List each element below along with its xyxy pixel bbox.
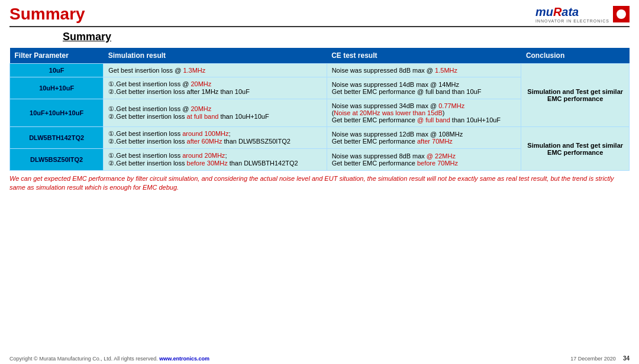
- ce-10uf: Noise was suppressed 8dB max @ 1.5MHz: [327, 64, 521, 77]
- col-header-conc: Conclusion: [521, 48, 630, 64]
- sim-dlw5bth: ①.Get best insertion loss around 100MHz;…: [104, 127, 327, 149]
- table-row: 10uF Get best insertion loss @ 1.3MHz No…: [10, 64, 630, 77]
- ce-dlw5bth: Noise was suppressed 12dB max @ 108MHz G…: [327, 127, 521, 149]
- logo-text: muRata: [535, 5, 609, 19]
- param-dlw5bsz: DLW5BSZ50ITQ2: [10, 149, 104, 171]
- header: Summary muRata INNOVATOR IN ELECTRONICS: [0, 0, 639, 26]
- sim-10uf: Get best insertion loss @ 1.3MHz: [104, 64, 327, 77]
- col-header-param: Filter Parameter: [10, 48, 104, 64]
- footer-copyright: Copyright © Murata Manufacturing Co., Lt…: [9, 356, 209, 362]
- logo-area: muRata INNOVATOR IN ELECTRONICS: [535, 5, 630, 23]
- param-dlw5bth: DLW5BTH142TQ2: [10, 127, 104, 149]
- conc-group1: Simulation and Test get similar EMC perf…: [521, 64, 630, 127]
- conc-group2: Simulation and Test get similar EMC perf…: [521, 127, 630, 171]
- summary-table: Filter Parameter Simulation result CE te…: [9, 48, 630, 171]
- param-10uh10uf: 10uH+10uF: [10, 77, 104, 99]
- col-header-sim: Simulation result: [104, 48, 327, 64]
- ce-10uf10uh10uf: Noise was suppressed 34dB max @ 0.77MHz …: [327, 99, 521, 127]
- param-10uf: 10uF: [10, 64, 104, 77]
- ce-dlw5bsz: Noise was suppressed 8dB max @ 22MHz Get…: [327, 149, 521, 171]
- page-title: Summary: [9, 5, 85, 24]
- main-content: Summary Filter Parameter Simulation resu…: [0, 31, 639, 171]
- logo-box-inner: [617, 9, 626, 19]
- logo-tagline: INNOVATOR IN ELECTRONICS: [535, 19, 609, 23]
- footer-website: www.entronics.com: [159, 356, 209, 362]
- col-header-ce: CE test result: [327, 48, 521, 64]
- table-row: DLW5BTH142TQ2 ①.Get best insertion loss …: [10, 127, 630, 149]
- bottom-note: We can get expected EMC performance by f…: [0, 171, 639, 194]
- sim-10uf10uh10uf: ①.Get best insertion loss @ 20MHz ②.Get …: [104, 99, 327, 127]
- logo-box: [613, 6, 630, 22]
- footer-date: 17 December 2020: [570, 356, 616, 362]
- sim-dlw5bsz: ①.Get best insertion loss around 20MHz; …: [104, 149, 327, 171]
- page-number: 34: [623, 355, 630, 362]
- section-title: Summary: [63, 31, 630, 43]
- header-divider: [9, 26, 630, 27]
- sim-10uh10uf: ①.Get best insertion loss @ 20MHz ②.Get …: [104, 77, 327, 99]
- ce-10uh10uf: Noise was suppressed 14dB max @ 14MHz Ge…: [327, 77, 521, 99]
- param-10uf10uh10uf: 10uF+10uH+10uF: [10, 99, 104, 127]
